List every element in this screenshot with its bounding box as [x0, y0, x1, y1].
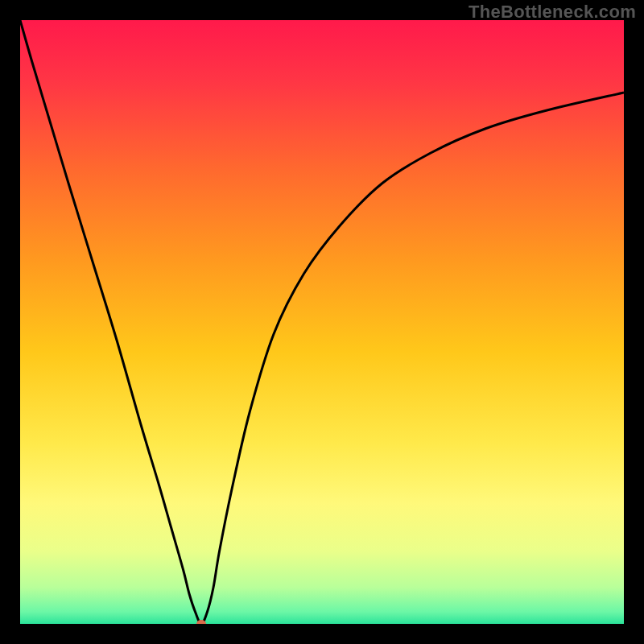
chart-frame: TheBottleneck.com — [0, 0, 644, 644]
plot-area — [20, 20, 624, 624]
watermark-text: TheBottleneck.com — [469, 2, 636, 23]
bottleneck-chart — [20, 20, 624, 624]
